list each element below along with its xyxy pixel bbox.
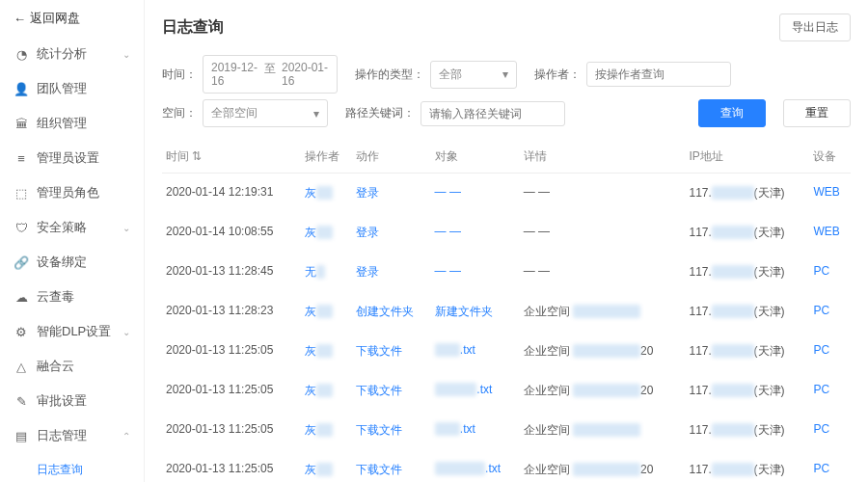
cell-target[interactable]: — — xyxy=(431,213,520,253)
sidebar-icon: △ xyxy=(14,359,29,374)
sidebar-item-12[interactable]: 日志查询 xyxy=(0,453,144,482)
sidebar-label: 设备绑定 xyxy=(37,254,87,271)
cell-target[interactable]: ▓▓▓▓▓.txt xyxy=(431,371,520,411)
table-row: 2020-01-13 11:28:45无▓登录— —— —117.▓▓▓▓▓(天… xyxy=(162,253,851,292)
back-label: 返回网盘 xyxy=(30,10,80,27)
table-row: 2020-01-13 11:25:05灰▓▓下载文件▓▓▓.txt企业空间 ▓▓… xyxy=(162,332,851,371)
cell-device[interactable]: PC xyxy=(809,450,851,482)
col-header[interactable]: IP地址 xyxy=(685,141,809,174)
cell-operator[interactable]: 灰▓▓ xyxy=(301,332,352,371)
cell-detail: — — xyxy=(520,174,686,214)
cell-target[interactable]: ▓▓▓.txt xyxy=(431,411,520,450)
back-link[interactable]: ← 返回网盘 xyxy=(0,0,144,37)
cell-action[interactable]: 登录 xyxy=(352,213,431,253)
sidebar-label: 统计分析 xyxy=(37,45,87,63)
cell-operator[interactable]: 灰▓▓ xyxy=(301,411,352,450)
cell-operator[interactable]: 灰▓▓ xyxy=(301,213,352,253)
sidebar-label: 安全策略 xyxy=(37,219,87,236)
sidebar-label: 融合云 xyxy=(37,358,74,375)
cell-ip: 117.▓▓▓▓▓(天津) xyxy=(685,332,809,371)
cell-time: 2020-01-13 11:25:05 xyxy=(162,411,301,450)
cell-action[interactable]: 下载文件 xyxy=(352,411,431,450)
sidebar-item-6[interactable]: 🔗设备绑定 xyxy=(0,245,144,280)
cell-action[interactable]: 下载文件 xyxy=(352,450,431,482)
search-button[interactable]: 查询 xyxy=(698,99,766,127)
cell-target[interactable]: — — xyxy=(431,174,520,214)
cell-device[interactable]: PC xyxy=(809,332,851,371)
export-button[interactable]: 导出日志 xyxy=(779,13,851,41)
filter-bar: 时间： 2019-12-16 至 2020-01-16 操作的类型： 全部▾ 操… xyxy=(162,51,851,137)
sidebar-icon: ◔ xyxy=(14,46,29,62)
filter-operator-label: 操作者： xyxy=(534,67,581,83)
sidebar-item-10[interactable]: ✎审批设置 xyxy=(0,384,144,418)
cell-time: 2020-01-13 11:28:45 xyxy=(162,253,301,292)
sidebar-item-3[interactable]: ≡管理员设置 xyxy=(0,141,144,175)
sidebar-icon: 🛡 xyxy=(14,220,29,235)
cell-device[interactable]: PC xyxy=(809,411,851,450)
reset-button[interactable]: 重置 xyxy=(783,99,851,127)
col-header[interactable]: 对象 xyxy=(431,141,520,174)
cell-device[interactable]: PC xyxy=(809,292,851,332)
sidebar-item-8[interactable]: ⚙智能DLP设置⌄ xyxy=(0,314,144,349)
cell-action[interactable]: 下载文件 xyxy=(352,371,431,411)
chevron-down-icon: ▾ xyxy=(502,67,508,81)
sidebar-icon: ⬚ xyxy=(14,185,29,201)
cell-time: 2020-01-14 12:19:31 xyxy=(162,174,301,214)
cell-operator[interactable]: 灰▓▓ xyxy=(301,371,352,411)
sidebar-item-4[interactable]: ⬚管理员角色 xyxy=(0,175,144,210)
col-header[interactable]: 操作者 xyxy=(301,141,352,174)
space-select[interactable]: 全部空间▾ xyxy=(203,99,328,127)
table-row: 2020-01-14 10:08:55灰▓▓登录— —— —117.▓▓▓▓▓(… xyxy=(162,213,851,253)
cell-operator[interactable]: 灰▓▓ xyxy=(301,292,352,332)
filter-keyword-label: 路径关键词： xyxy=(345,105,415,121)
sidebar-label: 智能DLP设置 xyxy=(37,323,111,340)
col-header[interactable]: 时间 ⇅ xyxy=(162,141,301,174)
cell-ip: 117.▓▓▓▓▓(天津) xyxy=(685,213,809,253)
cell-ip: 117.▓▓▓▓▓(天津) xyxy=(685,411,809,450)
cell-device[interactable]: WEB xyxy=(809,213,851,253)
page-title: 日志查询 xyxy=(162,17,224,38)
chevron-icon: ⌄ xyxy=(122,49,130,60)
operator-input[interactable] xyxy=(586,62,731,87)
page-header: 日志查询 导出日志 xyxy=(162,0,851,51)
cell-target[interactable]: ▓▓▓▓▓▓.txt xyxy=(431,450,520,482)
sidebar-item-2[interactable]: 🏛组织管理 xyxy=(0,106,144,141)
cell-action[interactable]: 下载文件 xyxy=(352,332,431,371)
col-header[interactable]: 设备 xyxy=(809,141,851,174)
cell-detail: 企业空间 ▓▓▓▓▓▓▓▓20 xyxy=(520,371,686,411)
cell-ip: 117.▓▓▓▓▓(天津) xyxy=(685,253,809,292)
col-header[interactable]: 动作 xyxy=(352,141,431,174)
sidebar-item-1[interactable]: 👤团队管理 xyxy=(0,71,144,106)
sidebar-icon: ≡ xyxy=(14,150,29,166)
sidebar-label: 云查毒 xyxy=(37,288,74,306)
sidebar-item-5[interactable]: 🛡安全策略⌄ xyxy=(0,210,144,245)
cell-target[interactable]: — — xyxy=(431,253,520,292)
cell-operator[interactable]: 无▓ xyxy=(301,253,352,292)
cell-device[interactable]: WEB xyxy=(809,174,851,214)
table-row: 2020-01-13 11:25:05灰▓▓下载文件▓▓▓.txt企业空间 ▓▓… xyxy=(162,411,851,450)
sidebar-item-0[interactable]: ◔统计分析⌄ xyxy=(0,37,144,71)
col-header[interactable]: 详情 xyxy=(520,141,686,174)
cell-target[interactable]: ▓▓▓.txt xyxy=(431,332,520,371)
table-row: 2020-01-14 12:19:31灰▓▓登录— —— —117.▓▓▓▓▓(… xyxy=(162,174,851,214)
chevron-icon: ⌄ xyxy=(122,327,130,337)
cell-operator[interactable]: 灰▓▓ xyxy=(301,450,352,482)
cell-target[interactable]: 新建文件夹 xyxy=(431,292,520,332)
chevron-icon: ⌄ xyxy=(122,223,130,233)
cell-action[interactable]: 登录 xyxy=(352,253,431,292)
cell-operator[interactable]: 灰▓▓ xyxy=(301,174,352,214)
keyword-input[interactable] xyxy=(420,101,565,126)
sidebar-item-9[interactable]: △融合云 xyxy=(0,349,144,384)
cell-device[interactable]: PC xyxy=(809,253,851,292)
sidebar-icon: 🏛 xyxy=(14,116,29,131)
cell-action[interactable]: 创建文件夹 xyxy=(352,292,431,332)
sidebar-item-11[interactable]: ▤日志管理⌃ xyxy=(0,418,144,453)
type-select[interactable]: 全部▾ xyxy=(430,61,517,89)
cell-device[interactable]: PC xyxy=(809,371,851,411)
date-range-input[interactable]: 2019-12-16 至 2020-01-16 xyxy=(203,55,338,94)
cell-time: 2020-01-13 11:25:05 xyxy=(162,332,301,371)
sidebar-item-7[interactable]: ☁云查毒 xyxy=(0,280,144,314)
cell-action[interactable]: 登录 xyxy=(352,174,431,214)
log-table: 时间 ⇅操作者动作对象详情IP地址设备 2020-01-14 12:19:31灰… xyxy=(162,141,851,482)
sidebar-icon: ⚙ xyxy=(14,324,29,339)
